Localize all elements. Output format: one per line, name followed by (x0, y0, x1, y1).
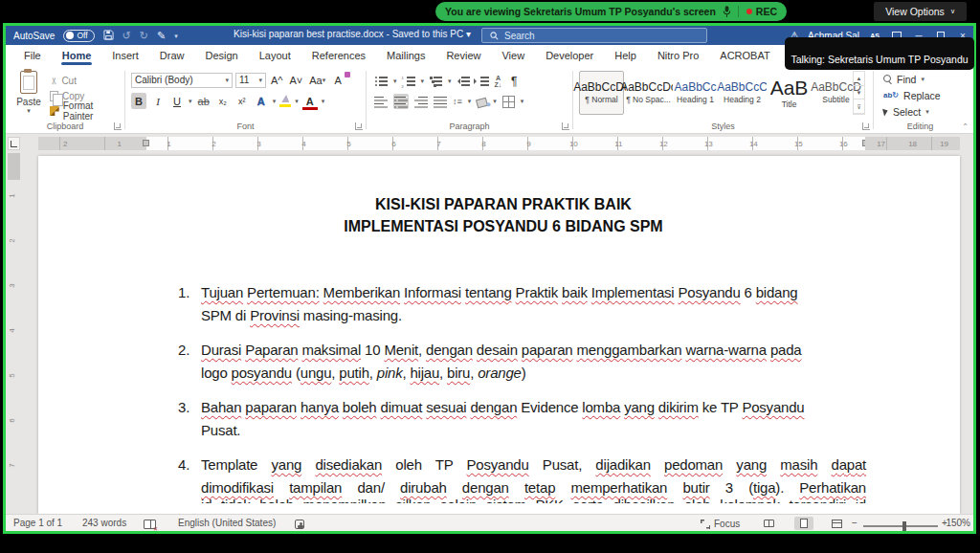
chevron-down-icon[interactable]: ▾ (295, 98, 299, 105)
language-indicator[interactable]: English (United States) (178, 518, 276, 528)
numbering-icon[interactable] (402, 75, 416, 87)
shrink-font-button[interactable]: A˅ (288, 72, 305, 88)
collapse-ribbon-icon[interactable]: ⌃ (962, 122, 969, 131)
chevron-down-icon[interactable]: ▾ (521, 98, 524, 105)
style--normal[interactable]: AaBbCcDc¶ Normal (579, 71, 624, 115)
vertical-ruler[interactable]: 1234567 (8, 153, 20, 514)
doc-text-line[interactable]: logo posyandu (ungu, putih, pink, hijau,… (201, 365, 866, 384)
styles-scroll-up-icon[interactable]: ▲ (854, 72, 864, 86)
read-mode-icon[interactable] (759, 517, 778, 530)
view-options-button[interactable]: View Options ∨ (874, 2, 967, 21)
touch-mode-icon[interactable]: ✎ (157, 31, 166, 41)
chevron-down-icon[interactable]: ▾ (273, 98, 277, 105)
autosave-toggle[interactable]: Off (63, 30, 94, 42)
bullets-icon[interactable] (374, 75, 389, 87)
chevron-down-icon[interactable]: ▾ (421, 77, 425, 85)
style--no-spac-[interactable]: AaBbCcDc¶ No Spac... (626, 71, 671, 115)
style-heading-1[interactable]: AaBbCcHeading 1 (673, 71, 718, 115)
tab-acrobat[interactable]: ACROBAT (711, 46, 778, 66)
font-size-combo[interactable]: 11 ▾ (235, 73, 266, 88)
page-indicator[interactable]: Page 1 of 1 (13, 518, 62, 528)
paste-button[interactable]: Paste ▾ (11, 71, 46, 126)
tab-design[interactable]: Design (196, 46, 246, 66)
styles-dialog-launcher-icon[interactable] (862, 122, 870, 130)
proofing-errors-icon[interactable] (144, 519, 156, 529)
tab-references[interactable]: References (303, 46, 374, 66)
multilevel-list-icon[interactable] (429, 75, 443, 87)
web-layout-icon[interactable] (827, 517, 846, 530)
change-case-button[interactable]: Aa▾ (307, 72, 327, 88)
decrease-indent-icon[interactable] (457, 75, 471, 87)
underline-button[interactable]: U (169, 93, 185, 109)
cut-button[interactable]: ✂ Cut (50, 73, 124, 88)
doc-text-line[interactable]: Durasi Paparan maksimal 10 Menit, dengan… (201, 342, 866, 361)
doc-text-line[interactable]: SPM di Provinsi masing-masing. (201, 307, 866, 326)
style-subtitle[interactable]: AaBbCcDSubtitle (813, 71, 858, 115)
doc-text-line[interactable]: Bahan paparan hanya boleh dimuat sesuai … (201, 399, 866, 418)
align-left-icon[interactable] (374, 96, 388, 108)
horizontal-ruler[interactable]: 2112345678910111213141516171819 (38, 137, 960, 150)
doc-text-line[interactable]: Tujuan Pertemuan: Memberikan Informasi t… (201, 284, 866, 303)
increase-indent-icon[interactable] (476, 75, 490, 87)
tab-nitro-pro[interactable]: Nitro Pro (649, 46, 707, 66)
show-hide-pilcrow-button[interactable]: ¶ (506, 73, 522, 89)
select-button[interactable]: Select ▾ (883, 103, 941, 120)
doc-text-line[interactable]: Pusat. (201, 422, 866, 441)
style-heading-2[interactable]: AaBbCcCHeading 2 (720, 71, 765, 115)
line-spacing-icon[interactable]: ↕≡ (453, 97, 462, 106)
tab-home[interactable]: Home (54, 46, 100, 66)
focus-button[interactable]: Focus (701, 519, 740, 529)
align-right-icon[interactable] (414, 96, 428, 108)
customize-qat-chevron-icon[interactable]: ▾ (174, 33, 178, 39)
tab-mailings[interactable]: Mailings (378, 46, 434, 66)
text-effects-button[interactable]: A (254, 93, 269, 109)
chevron-down-icon[interactable]: ▾ (493, 98, 497, 105)
tab-insert[interactable]: Insert (103, 46, 147, 66)
undo-icon[interactable]: ↺ (122, 31, 131, 41)
styles-scrollbar[interactable]: ▲ ▼ ⊽ (853, 71, 865, 115)
word-count[interactable]: 243 words (82, 518, 126, 528)
sort-icon[interactable]: AZ↓ (495, 75, 502, 88)
chevron-down-icon[interactable]: ▾ (448, 77, 452, 85)
align-center-button[interactable] (393, 94, 409, 109)
tab-review[interactable]: Review (437, 46, 489, 66)
highlight-color-icon[interactable] (279, 95, 291, 107)
chevron-down-icon[interactable]: ▾ (189, 98, 192, 105)
shading-icon[interactable] (476, 97, 488, 108)
paragraph-dialog-launcher-icon[interactable] (562, 122, 569, 130)
justify-icon[interactable] (434, 96, 447, 108)
tab-developer[interactable]: Developer (537, 46, 602, 66)
print-layout-icon[interactable] (794, 517, 813, 530)
chevron-down-icon[interactable]: ▾ (393, 77, 397, 85)
tab-view[interactable]: View (493, 46, 533, 66)
document-page[interactable]: KISI-KISI PAPARAN PRAKTIK BAIKIMPLEMENTA… (38, 156, 960, 514)
doc-text-line[interactable]: dimodifikasi tampilan dan/ dirubah denga… (201, 479, 866, 498)
tab-selector[interactable] (8, 137, 20, 150)
chevron-down-icon[interactable]: ▾ (322, 98, 325, 105)
tab-layout[interactable]: Layout (251, 46, 300, 66)
grow-font-button[interactable]: A^ (269, 72, 285, 88)
bold-button[interactable]: B (131, 93, 146, 109)
tab-help[interactable]: Help (606, 46, 645, 66)
tab-file[interactable]: File (15, 46, 50, 66)
font-color-button[interactable]: A (302, 93, 318, 109)
zoom-slider[interactable] (863, 518, 938, 529)
clipboard-dialog-launcher-icon[interactable] (114, 122, 122, 130)
search-input[interactable]: Search (481, 28, 707, 43)
find-button[interactable]: Find ▾ (883, 71, 941, 87)
zoom-slider-track[interactable] (863, 525, 938, 527)
superscript-button[interactable]: x² (234, 93, 250, 109)
replace-button[interactable]: ab↻ Replace (883, 87, 941, 103)
tab-draw[interactable]: Draw (151, 46, 193, 66)
clear-formatting-button[interactable]: A (330, 72, 345, 88)
accessibility-icon[interactable] (295, 519, 304, 529)
save-icon[interactable] (103, 30, 114, 42)
styles-more-icon[interactable]: ⊽ (854, 100, 864, 114)
font-name-combo[interactable]: Calibri (Body) ▾ (131, 73, 233, 88)
zoom-slider-thumb[interactable] (902, 521, 906, 531)
redo-icon[interactable]: ↻ (140, 31, 148, 41)
subscript-button[interactable]: x₂ (215, 93, 231, 109)
chevron-down-icon[interactable]: ▾ (468, 98, 472, 105)
zoom-level[interactable]: 150% (946, 518, 970, 528)
italic-button[interactable]: I (150, 93, 166, 109)
